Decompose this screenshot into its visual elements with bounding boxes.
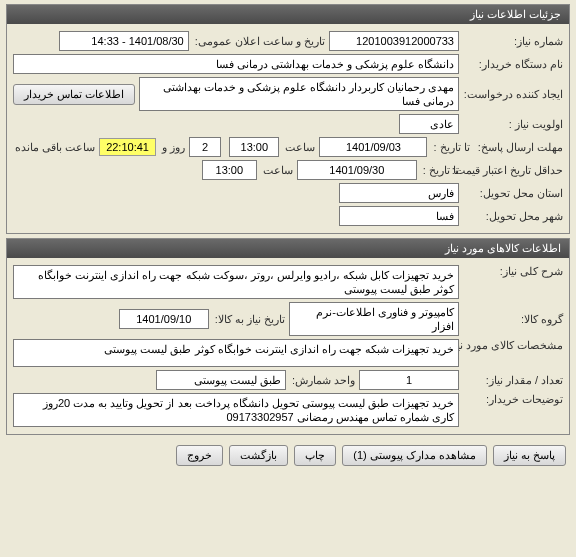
desc-value: خرید تجهیزات کابل شبکه ،رادیو وایرلس ،رو… [13,265,459,299]
creator-label: ایجاد کننده درخواست: [463,88,563,101]
city-value: فسا [339,206,459,226]
and-label: روز و [160,141,185,154]
goods-info-panel: اطلاعات کالاهای مورد نیاز شرح کلی نیاز: … [6,238,570,435]
to-date-label-1: تا تاریخ : [431,141,469,154]
spec-value: خرید تجهیزات شبکه جهت راه اندازی اینترنت… [13,339,459,367]
pub-date-label: تاریخ و ساعت اعلان عمومی: [193,35,325,48]
group-value: کامپیوتر و فناوری اطلاعات-نرم افزار [289,302,459,336]
spec-label: مشخصات کالای مورد نیاز: [463,339,563,352]
buyer-contact-button[interactable]: اطلاعات تماس خریدار [13,84,135,105]
footer-buttons: پاسخ به نیاز مشاهده مدارک پیوستی (1) چاپ… [0,439,576,472]
need-date-label: تاریخ نیاز به کالا: [213,313,285,326]
attachments-button[interactable]: مشاهده مدارک پیوستی (1) [342,445,487,466]
deadline-date: 1401/09/03 [319,137,427,157]
back-button[interactable]: بازگشت [229,445,288,466]
days-remain: 2 [189,137,221,157]
valid-label: حداقل تاریخ اعتبار قیمت: [463,164,563,177]
buyer-label: نام دستگاه خریدار: [463,58,563,71]
city-label: شهر محل تحویل: [463,210,563,223]
panel1-header: جزئیات اطلاعات نیاز [7,5,569,24]
buyer-value: دانشگاه علوم پزشکی و خدمات بهداشتی درمان… [13,54,459,74]
province-value: فارس [339,183,459,203]
notes-value: خرید تجهیزات طبق لیست پیوستی تحویل دانشگ… [13,393,459,427]
need-date-value: 1401/09/10 [119,309,209,329]
unit-value: طبق لیست پیوستی [156,370,286,390]
notes-label: توضیحات خریدار: [463,393,563,406]
panel2-header: اطلاعات کالاهای مورد نیاز [7,239,569,258]
hour-label-2: ساعت [261,164,293,177]
province-label: استان محل تحویل: [463,187,563,200]
panel1-body: شماره نیاز: 1201003912000733 تاریخ و ساع… [7,24,569,233]
exit-button[interactable]: خروج [176,445,223,466]
hour-label-1: ساعت [283,141,315,154]
print-button[interactable]: چاپ [294,445,336,466]
reply-button[interactable]: پاسخ به نیاز [493,445,566,466]
panel2-body: شرح کلی نیاز: خرید تجهیزات کابل شبکه ،را… [7,258,569,434]
to-date-label-2: تا تاریخ : [421,164,459,177]
pub-date-value: 1401/08/30 - 14:33 [59,31,189,51]
priority-label: اولویت نیاز : [463,118,563,131]
remain-label: ساعت باقی مانده [13,141,95,154]
deadline-label: مهلت ارسال پاسخ: [474,141,563,154]
qty-value: 1 [359,370,459,390]
deadline-time: 13:00 [229,137,279,157]
group-label: گروه کالا: [463,313,563,326]
creator-value: مهدی رحمانیان کاربردار دانشگاه علوم پزشک… [139,77,459,111]
qty-label: تعداد / مقدار نیاز: [463,374,563,387]
valid-date: 1401/09/30 [297,160,417,180]
desc-label: شرح کلی نیاز: [463,265,563,278]
priority-value: عادی [399,114,459,134]
valid-time: 13:00 [202,160,257,180]
request-details-panel: جزئیات اطلاعات نیاز شماره نیاز: 12010039… [6,4,570,234]
unit-label: واحد شمارش: [290,374,355,387]
req-no-value: 1201003912000733 [329,31,459,51]
req-no-label: شماره نیاز: [463,35,563,48]
time-remain: 22:10:41 [99,138,156,156]
